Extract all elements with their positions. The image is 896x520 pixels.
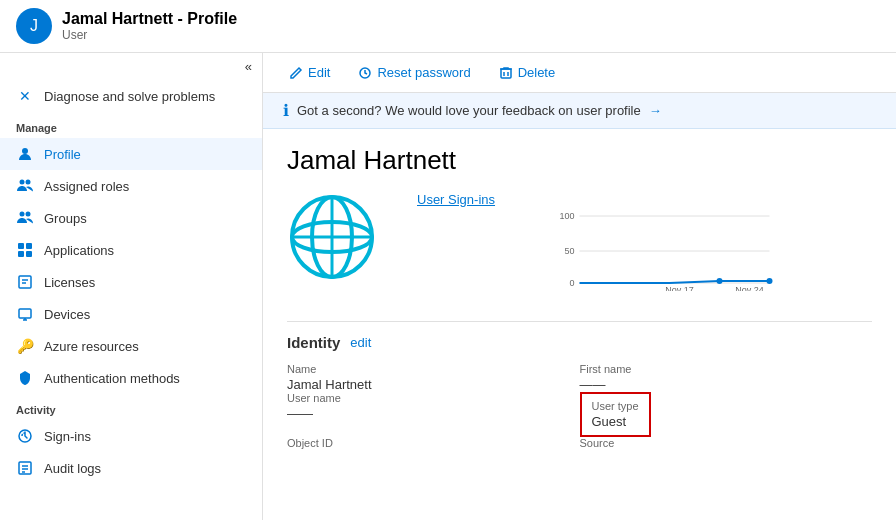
sidebar-item-licenses-label: Licenses [44, 275, 95, 290]
sidebar-item-azure-resources-label: Azure resources [44, 339, 139, 354]
sidebar-item-auth-methods-label: Authentication methods [44, 371, 180, 386]
identity-firstname-value: —— [580, 377, 873, 392]
applications-icon [16, 241, 34, 259]
avatar: J [16, 8, 52, 44]
chart-area: User Sign-ins 100 50 0 [417, 192, 872, 301]
identity-field-source: Source [580, 437, 873, 451]
edit-button-label: Edit [308, 65, 330, 80]
svg-point-37 [767, 278, 773, 284]
sidebar-item-auth-methods[interactable]: Authentication methods [0, 362, 262, 394]
feedback-text: Got a second? We would love your feedbac… [297, 103, 641, 118]
svg-text:100: 100 [559, 211, 574, 221]
feedback-link[interactable]: → [649, 103, 662, 118]
sidebar-item-assigned-roles[interactable]: Assigned roles [0, 170, 262, 202]
identity-field-name: Name Jamal Hartnett [287, 363, 580, 392]
layout: « ✕ Diagnose and solve problems Manage P… [0, 53, 896, 520]
svg-text:Nov 17: Nov 17 [665, 285, 694, 291]
globe-svg [287, 192, 377, 282]
svg-point-4 [26, 212, 31, 217]
sidebar-item-licenses[interactable]: Licenses [0, 266, 262, 298]
sidebar-item-devices[interactable]: Devices [0, 298, 262, 330]
identity-header: Identity edit [287, 334, 872, 351]
identity-section: Identity edit Name Jamal Hartnett First … [287, 321, 872, 451]
auth-methods-icon [16, 369, 34, 387]
toolbar: Edit Reset password Delete [263, 53, 896, 93]
svg-rect-12 [19, 309, 31, 318]
sidebar-item-azure-resources[interactable]: 🔑 Azure resources [0, 330, 262, 362]
assigned-roles-icon [16, 177, 34, 195]
sidebar-item-applications[interactable]: Applications [0, 234, 262, 266]
delete-icon [499, 66, 513, 80]
svg-rect-8 [26, 251, 32, 257]
sidebar-section-activity: Activity [0, 394, 262, 420]
chart-container: 100 50 0 Nov 17 Nov 24 [417, 211, 872, 301]
identity-name-label: Name [287, 363, 580, 375]
sidebar-item-diagnose-label: Diagnose and solve problems [44, 89, 215, 104]
svg-point-36 [717, 278, 723, 284]
sidebar-item-groups[interactable]: Groups [0, 202, 262, 234]
edit-button[interactable]: Edit [283, 61, 336, 84]
svg-point-1 [20, 180, 25, 185]
info-icon: ℹ [283, 101, 289, 120]
svg-point-0 [22, 148, 28, 154]
delete-button[interactable]: Delete [493, 61, 562, 84]
identity-username-label: User name [287, 392, 580, 404]
page-title: Jamal Hartnett - Profile [62, 10, 237, 28]
avatar-letter: J [30, 17, 38, 35]
delete-button-label: Delete [518, 65, 556, 80]
user-type-value: Guest [592, 414, 639, 429]
reset-password-button[interactable]: Reset password [352, 61, 476, 84]
identity-field-usertype: User type Guest [580, 392, 873, 437]
content-area: Jamal Hartnett User Sign-ins [263, 129, 896, 467]
identity-field-objectid: Object ID [287, 437, 580, 451]
svg-rect-21 [501, 69, 511, 78]
identity-field-username: User name —— [287, 392, 580, 437]
identity-name-value: Jamal Hartnett [287, 377, 580, 392]
identity-username-value: —— [287, 406, 580, 421]
collapse-icon[interactable]: « [245, 59, 252, 74]
groups-icon [16, 209, 34, 227]
sidebar-item-audit-logs-label: Audit logs [44, 461, 101, 476]
sidebar: « ✕ Diagnose and solve problems Manage P… [0, 53, 263, 520]
sidebar-item-assigned-roles-label: Assigned roles [44, 179, 129, 194]
identity-source-label: Source [580, 437, 873, 449]
svg-rect-9 [19, 276, 31, 288]
svg-rect-5 [18, 243, 24, 249]
identity-edit-link[interactable]: edit [350, 335, 371, 350]
reset-password-label: Reset password [377, 65, 470, 80]
svg-rect-6 [26, 243, 32, 249]
chart-svg: 100 50 0 Nov 17 Nov 24 [447, 211, 872, 291]
main-content: Edit Reset password Delete ℹ Got a secon… [263, 53, 896, 520]
svg-rect-7 [18, 251, 24, 257]
signins-icon [16, 427, 34, 445]
sidebar-section-manage: Manage [0, 112, 262, 138]
licenses-icon [16, 273, 34, 291]
page-header: J Jamal Hartnett - Profile User [0, 0, 896, 53]
identity-grid: Name Jamal Hartnett First name —— User n… [287, 363, 872, 451]
sidebar-item-groups-label: Groups [44, 211, 87, 226]
svg-point-3 [20, 212, 25, 217]
svg-text:0: 0 [569, 278, 574, 288]
devices-icon [16, 305, 34, 323]
sidebar-item-profile-label: Profile [44, 147, 81, 162]
user-type-box: User type Guest [580, 392, 651, 437]
sidebar-item-profile[interactable]: Profile [0, 138, 262, 170]
sidebar-item-signins-label: Sign-ins [44, 429, 91, 444]
sidebar-item-signins[interactable]: Sign-ins [0, 420, 262, 452]
globe-avatar [287, 192, 377, 282]
sidebar-collapse[interactable]: « [0, 53, 262, 80]
chart-title[interactable]: User Sign-ins [417, 192, 872, 207]
diagnose-icon: ✕ [16, 87, 34, 105]
user-name-title: Jamal Hartnett [287, 145, 872, 176]
svg-text:Nov 24: Nov 24 [735, 285, 764, 291]
identity-field-firstname: First name —— [580, 363, 873, 392]
sidebar-item-diagnose[interactable]: ✕ Diagnose and solve problems [0, 80, 262, 112]
feedback-bar: ℹ Got a second? We would love your feedb… [263, 93, 896, 129]
identity-objectid-label: Object ID [287, 437, 580, 449]
reset-password-icon [358, 66, 372, 80]
sidebar-item-audit-logs[interactable]: Audit logs [0, 452, 262, 484]
azure-resources-icon: 🔑 [16, 337, 34, 355]
sidebar-item-devices-label: Devices [44, 307, 90, 322]
audit-logs-icon [16, 459, 34, 477]
user-type-label: User type [592, 400, 639, 412]
